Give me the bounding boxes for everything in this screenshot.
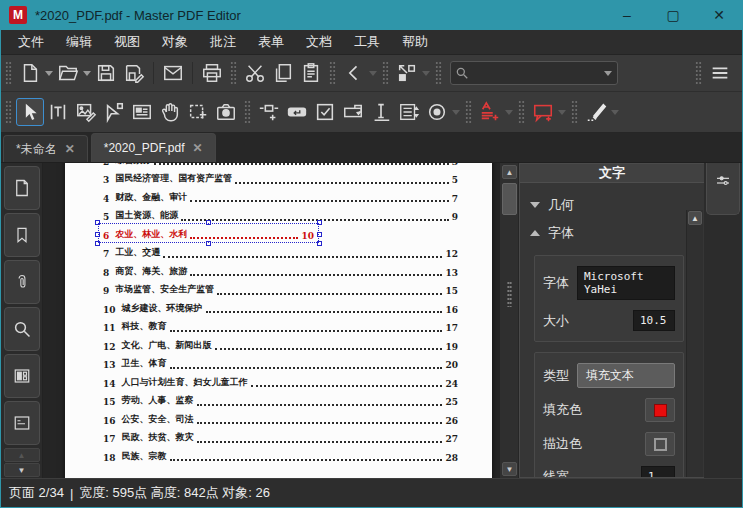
- listbox-tool-button[interactable]: [395, 98, 423, 126]
- toc-entry[interactable]: 13卫生、体育20: [103, 355, 458, 374]
- search-dropdown[interactable]: [603, 59, 613, 87]
- properties-panel-tab[interactable]: [706, 163, 740, 215]
- toolbar-grip[interactable]: [518, 100, 525, 124]
- object-properties-tool-button[interactable]: [128, 98, 156, 126]
- print-button[interactable]: [198, 59, 226, 87]
- add-text-annotation-button[interactable]: [476, 98, 504, 126]
- panel-scrollbar[interactable]: ▲ ▼: [686, 210, 703, 478]
- geometry-section-header[interactable]: 几何: [530, 191, 684, 219]
- new-document-dropdown[interactable]: [44, 59, 54, 87]
- font-section-header[interactable]: 字体: [530, 219, 684, 247]
- open-file-dropdown[interactable]: [82, 59, 92, 87]
- selection-handle[interactable]: [206, 241, 211, 246]
- attachments-button[interactable]: [4, 260, 40, 304]
- selection-handle[interactable]: [317, 232, 322, 237]
- main-menu-button[interactable]: [706, 59, 734, 87]
- toolbar-grip[interactable]: [465, 100, 472, 124]
- toolbar-grip[interactable]: [5, 61, 12, 85]
- link-tool-button[interactable]: [255, 98, 283, 126]
- toc-entry-selected[interactable]: 6农业、林业、水利10: [103, 225, 458, 244]
- selection-handle[interactable]: [317, 241, 322, 246]
- fit-page-button[interactable]: [393, 59, 421, 87]
- search-panel-button[interactable]: [4, 307, 40, 351]
- toolbar-grip[interactable]: [230, 61, 237, 85]
- splitter-grip[interactable]: [507, 281, 512, 307]
- highlight-tool-button[interactable]: [582, 98, 610, 126]
- pdf-page[interactable]: 2综合政务33国民经济管理、国有资产监管54财政、金融、审计75国土资源、能源9…: [65, 163, 492, 478]
- push-button-tool-button[interactable]: [283, 98, 311, 126]
- form-fields-button[interactable]: [4, 401, 40, 445]
- tab-2020-pdf[interactable]: *2020_PDF.pdf ✕: [91, 133, 216, 162]
- checkbox-tool-button[interactable]: [311, 98, 339, 126]
- callout-annotation-button[interactable]: [529, 98, 557, 126]
- select-tool-button[interactable]: [16, 98, 44, 126]
- toc-entry[interactable]: 4财政、金融、审计7: [103, 188, 458, 207]
- toolbar-grip[interactable]: [244, 100, 251, 124]
- toolbar-grip[interactable]: [695, 61, 702, 85]
- menu-help[interactable]: 帮助: [391, 30, 439, 54]
- save-as-button[interactable]: [120, 59, 148, 87]
- radio-button-tool-button[interactable]: [423, 98, 451, 126]
- menu-view[interactable]: 视图: [103, 30, 151, 54]
- minimize-button[interactable]: –: [604, 0, 650, 30]
- sidebar-scroll-down[interactable]: ▼: [4, 463, 40, 477]
- open-file-button[interactable]: [54, 59, 82, 87]
- page-thumbnails-button[interactable]: [4, 166, 40, 210]
- menu-annotation[interactable]: 批注: [199, 30, 247, 54]
- paste-button[interactable]: [297, 59, 325, 87]
- bookmarks-button[interactable]: [4, 213, 40, 257]
- history-back-button[interactable]: [340, 59, 368, 87]
- document-scrollbar[interactable]: ▲ ▼: [499, 163, 518, 478]
- toc-entry[interactable]: 17民政、扶贫、救灾27: [103, 429, 458, 448]
- maximize-button[interactable]: ▢: [650, 0, 696, 30]
- fill-color-button[interactable]: [645, 398, 675, 422]
- hand-tool-button[interactable]: [156, 98, 184, 126]
- toc-entry[interactable]: 10城乡建设、环境保护16: [103, 299, 458, 318]
- close-button[interactable]: ✕: [696, 0, 742, 30]
- panel-scroll-up-button[interactable]: ▲: [688, 211, 702, 225]
- toc-entry[interactable]: 5国土资源、能源9: [103, 207, 458, 226]
- toc-entry[interactable]: 8商贸、海关、旅游13: [103, 262, 458, 281]
- snapshot-tool-button[interactable]: [212, 98, 240, 126]
- select-area-tool-button[interactable]: [184, 98, 212, 126]
- tab-untitled[interactable]: *未命名 ✕: [3, 135, 88, 162]
- line-width-field[interactable]: 1: [641, 466, 675, 478]
- menu-document[interactable]: 文档: [295, 30, 343, 54]
- document-view[interactable]: 2综合政务33国民经济管理、国有资产监管54财政、金融、审计75国土资源、能源9…: [43, 163, 499, 478]
- text-type-select[interactable]: 填充文本: [577, 363, 675, 388]
- scroll-down-button[interactable]: ▼: [502, 462, 517, 476]
- cut-button[interactable]: [241, 59, 269, 87]
- menu-tools[interactable]: 工具: [343, 30, 391, 54]
- toc-entry[interactable]: 16公安、安全、司法26: [103, 410, 458, 429]
- toc-entry[interactable]: 14人口与计划生育、妇女儿童工作24: [103, 373, 458, 392]
- selection-handle[interactable]: [95, 232, 100, 237]
- toc-entry[interactable]: 18民族、宗教28: [103, 447, 458, 466]
- font-name-field[interactable]: Microsoft YaHei: [577, 266, 675, 300]
- menu-edit[interactable]: 编辑: [55, 30, 103, 54]
- toc-entry[interactable]: 9市场监管、安全生产监管15: [103, 281, 458, 300]
- tab-close-icon[interactable]: ✕: [65, 142, 75, 156]
- toolbar-grip[interactable]: [435, 61, 442, 85]
- menu-form[interactable]: 表单: [247, 30, 295, 54]
- layers-button[interactable]: [4, 354, 40, 398]
- scroll-up-button[interactable]: ▲: [502, 165, 517, 179]
- toolbar-grip[interactable]: [329, 61, 336, 85]
- edit-text-tool-button[interactable]: [44, 98, 72, 126]
- toolbar-grip[interactable]: [5, 100, 12, 124]
- combobox-tool-button[interactable]: [339, 98, 367, 126]
- menu-object[interactable]: 对象: [151, 30, 199, 54]
- copy-button[interactable]: [269, 59, 297, 87]
- selection-handle[interactable]: [95, 241, 100, 246]
- selection-handle[interactable]: [317, 220, 322, 225]
- save-button[interactable]: [92, 59, 120, 87]
- toc-entry[interactable]: 7工业、交通12: [103, 244, 458, 263]
- toc-entry[interactable]: 11科技、教育17: [103, 318, 458, 337]
- toc-entry[interactable]: 3国民经济管理、国有资产监管5: [103, 170, 458, 189]
- edit-path-tool-button[interactable]: [100, 98, 128, 126]
- selection-handle[interactable]: [206, 220, 211, 225]
- menu-file[interactable]: 文件: [7, 30, 55, 54]
- stroke-color-button[interactable]: [645, 432, 675, 456]
- email-button[interactable]: [159, 59, 187, 87]
- toc-entry[interactable]: 15劳动、人事、监察25: [103, 392, 458, 411]
- text-field-tool-button[interactable]: [367, 98, 395, 126]
